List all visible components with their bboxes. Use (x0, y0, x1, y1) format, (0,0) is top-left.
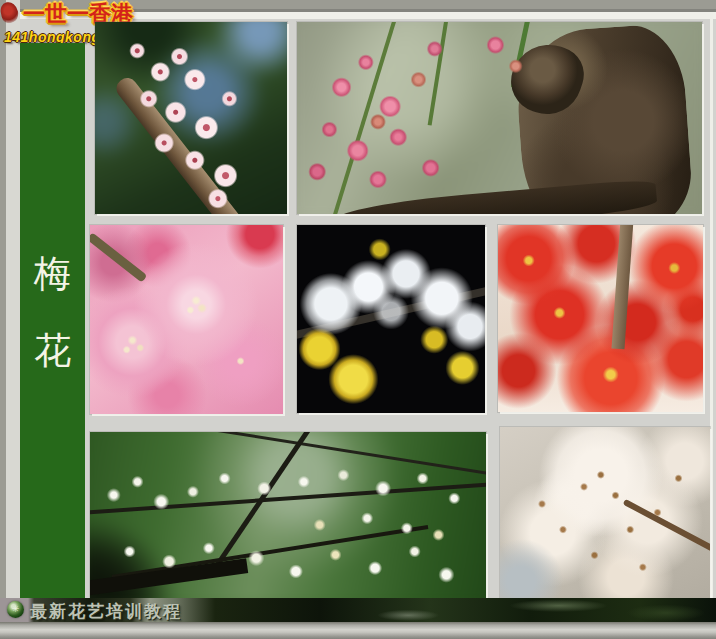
photo-white-cherry-clusters (500, 427, 710, 598)
snow-and-flowers-art (297, 225, 485, 413)
flower-center-dots-art (500, 427, 710, 598)
right-highlight-strip (710, 12, 713, 598)
photo-white-pink-plum-branch (95, 22, 287, 214)
blossom-cluster-art (95, 22, 287, 214)
vertical-title-bar: 梅 花 (20, 43, 85, 598)
footer-caption: 最新花艺培训教程 (30, 600, 182, 623)
white-blossom-dots-art (90, 432, 486, 598)
photo-white-plum-branches (90, 432, 486, 598)
footer-url-bar: http://758167670.qzone.qq.com (0, 622, 716, 639)
pink-buds-art (297, 22, 702, 214)
left-margin-strip (6, 0, 20, 598)
sidebar-char-mei: 梅 (20, 254, 85, 294)
stamen-dots-art (90, 225, 283, 414)
photo-pink-double-plum (90, 225, 283, 414)
photo-red-plum-blossoms (498, 225, 703, 412)
flower-badge-icon: ✳ (7, 601, 24, 618)
photo-pink-plum-buds-trunk (297, 22, 702, 214)
plum-blossom-collage: 一世一香港 141hongkong.com 梅 花 (0, 0, 716, 639)
photo-yellow-wintersweet-snow (297, 225, 485, 413)
flower-center-dots-art (498, 225, 703, 412)
sidebar-char-hua: 花 (20, 331, 85, 371)
